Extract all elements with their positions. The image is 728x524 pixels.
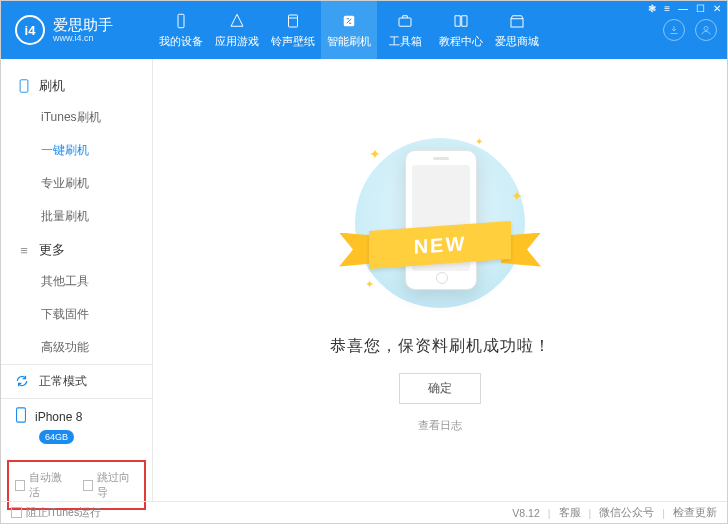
app-url: www.i4.cn xyxy=(53,34,113,43)
group-title: 刷机 xyxy=(39,77,65,95)
footer-right: V8.12 | 客服 | 微信公众号 | 检查更新 xyxy=(512,506,717,520)
checkbox-label: 阻止iTunes运行 xyxy=(26,506,101,520)
sidebar-item-oneclick[interactable]: 一键刷机 xyxy=(1,134,152,167)
sidebar-group-flash: 刷机 xyxy=(1,69,152,101)
win-close-icon[interactable]: ✕ xyxy=(713,3,721,14)
tab-label: 工具箱 xyxy=(389,34,422,49)
user-button[interactable] xyxy=(695,19,717,41)
checkbox-skip-guide[interactable]: 跳过向导 xyxy=(83,470,139,500)
tab-mall[interactable]: 爱思商城 xyxy=(489,1,545,59)
logo-text: 爱思助手 www.i4.cn xyxy=(53,17,113,43)
separator: | xyxy=(589,507,592,519)
device-icon xyxy=(171,12,191,30)
sidebar-item-othertool[interactable]: 其他工具 xyxy=(1,265,152,298)
version-label: V8.12 xyxy=(512,507,539,519)
win-menu-icon[interactable]: ≡ xyxy=(664,3,670,14)
svg-rect-0 xyxy=(178,14,184,28)
sidebar-menu: 刷机 iTunes刷机 一键刷机 专业刷机 批量刷机 ≡ 更多 其他工具 下载固… xyxy=(1,59,152,364)
new-ribbon: NEW xyxy=(335,223,545,267)
view-log-link[interactable]: 查看日志 xyxy=(418,418,462,433)
svg-rect-7 xyxy=(20,80,28,92)
mode-label: 正常模式 xyxy=(39,373,87,390)
win-max-icon[interactable]: ☐ xyxy=(696,3,705,14)
checkbox-label: 自动激活 xyxy=(29,470,70,500)
svg-rect-1 xyxy=(289,15,298,27)
tab-flash[interactable]: 智能刷机 xyxy=(321,1,377,59)
success-message: 恭喜您，保资料刷机成功啦！ xyxy=(330,336,551,357)
main-content: ✦ ✦ ✦ ✦ NEW 恭喜您，保资料刷机成功啦！ 确定 查看日志 xyxy=(153,59,727,501)
tab-apps[interactable]: 应用游戏 xyxy=(209,1,265,59)
sidebar-item-batch[interactable]: 批量刷机 xyxy=(1,200,152,233)
device-block[interactable]: iPhone 8 64GB xyxy=(1,398,152,454)
footer-link-update[interactable]: 检查更新 xyxy=(673,506,717,520)
device-icon xyxy=(15,407,27,426)
sidebar-item-itunes[interactable]: iTunes刷机 xyxy=(1,101,152,134)
sidebar-group-more: ≡ 更多 xyxy=(1,233,152,265)
tab-device[interactable]: 我的设备 xyxy=(153,1,209,59)
tab-label: 智能刷机 xyxy=(327,34,371,49)
sidebar: 刷机 iTunes刷机 一键刷机 专业刷机 批量刷机 ≡ 更多 其他工具 下载固… xyxy=(1,59,153,501)
group-title: 更多 xyxy=(39,241,65,259)
footer-link-wechat[interactable]: 微信公众号 xyxy=(599,506,654,520)
mall-icon xyxy=(507,12,527,30)
tab-ring[interactable]: 铃声壁纸 xyxy=(265,1,321,59)
download-button[interactable] xyxy=(663,19,685,41)
logo-icon: i4 xyxy=(15,15,45,45)
device-name: iPhone 8 xyxy=(35,410,82,424)
sidebar-item-pro[interactable]: 专业刷机 xyxy=(1,167,152,200)
title-bar: i4 爱思助手 www.i4.cn 我的设备 应用游戏 铃声壁纸 智能刷机 xyxy=(1,1,727,59)
checkbox-block-itunes[interactable]: 阻止iTunes运行 xyxy=(11,506,101,520)
checkbox-icon xyxy=(11,507,22,518)
refresh-icon xyxy=(15,374,31,390)
svg-rect-5 xyxy=(511,18,523,26)
svg-rect-8 xyxy=(17,408,26,422)
tab-label: 教程中心 xyxy=(439,34,483,49)
top-tabs: 我的设备 应用游戏 铃声壁纸 智能刷机 工具箱 教程中心 xyxy=(153,1,627,59)
checkbox-label: 跳过向导 xyxy=(97,470,138,500)
ribbon-text: NEW xyxy=(369,221,511,269)
checkbox-icon xyxy=(83,480,93,491)
checkbox-icon xyxy=(15,480,25,491)
capacity-badge: 64GB xyxy=(39,430,74,444)
flash-icon xyxy=(339,12,359,30)
window-controls: ❃ ≡ — ☐ ✕ xyxy=(648,3,721,14)
confirm-button[interactable]: 确定 xyxy=(399,373,481,404)
apps-icon xyxy=(227,12,247,30)
mode-status[interactable]: 正常模式 xyxy=(1,364,152,398)
app-name: 爱思助手 xyxy=(53,17,113,32)
tab-label: 爱思商城 xyxy=(495,34,539,49)
body: 刷机 iTunes刷机 一键刷机 专业刷机 批量刷机 ≡ 更多 其他工具 下载固… xyxy=(1,59,727,501)
header-right: ❃ ≡ — ☐ ✕ xyxy=(627,1,727,59)
win-min-icon[interactable]: — xyxy=(678,3,688,14)
tab-label: 应用游戏 xyxy=(215,34,259,49)
phone-icon xyxy=(17,79,31,93)
tab-label: 铃声壁纸 xyxy=(271,34,315,49)
win-skin-icon[interactable]: ❃ xyxy=(648,3,656,14)
svg-rect-4 xyxy=(399,18,411,26)
checkbox-auto-activate[interactable]: 自动激活 xyxy=(15,470,71,500)
separator: | xyxy=(548,507,551,519)
separator: | xyxy=(662,507,665,519)
svg-point-6 xyxy=(704,27,708,31)
app-window: i4 爱思助手 www.i4.cn 我的设备 应用游戏 铃声壁纸 智能刷机 xyxy=(0,0,728,524)
footer-link-support[interactable]: 客服 xyxy=(559,506,581,520)
tab-tutorial[interactable]: 教程中心 xyxy=(433,1,489,59)
sidebar-item-advanced[interactable]: 高级功能 xyxy=(1,331,152,364)
toolbox-icon xyxy=(395,12,415,30)
sidebar-item-download[interactable]: 下载固件 xyxy=(1,298,152,331)
logo-block: i4 爱思助手 www.i4.cn xyxy=(1,1,153,59)
book-icon xyxy=(451,12,471,30)
tab-label: 我的设备 xyxy=(159,34,203,49)
ring-icon xyxy=(283,12,303,30)
more-icon: ≡ xyxy=(17,243,31,257)
tab-tools[interactable]: 工具箱 xyxy=(377,1,433,59)
status-bar: 阻止iTunes运行 V8.12 | 客服 | 微信公众号 | 检查更新 xyxy=(1,501,727,523)
success-illustration: ✦ ✦ ✦ ✦ NEW xyxy=(335,128,545,318)
phone-illustration xyxy=(405,150,477,290)
